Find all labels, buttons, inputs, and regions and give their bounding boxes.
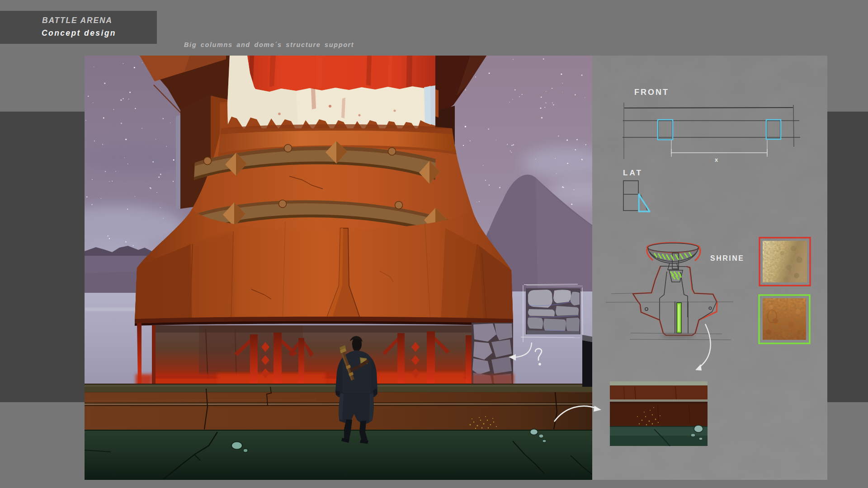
svg-text:FRONT: FRONT [634, 88, 669, 97]
svg-text:SHRINE: SHRINE [710, 254, 744, 262]
svg-text:LAT: LAT [623, 169, 643, 177]
svg-text:x: x [715, 156, 718, 163]
